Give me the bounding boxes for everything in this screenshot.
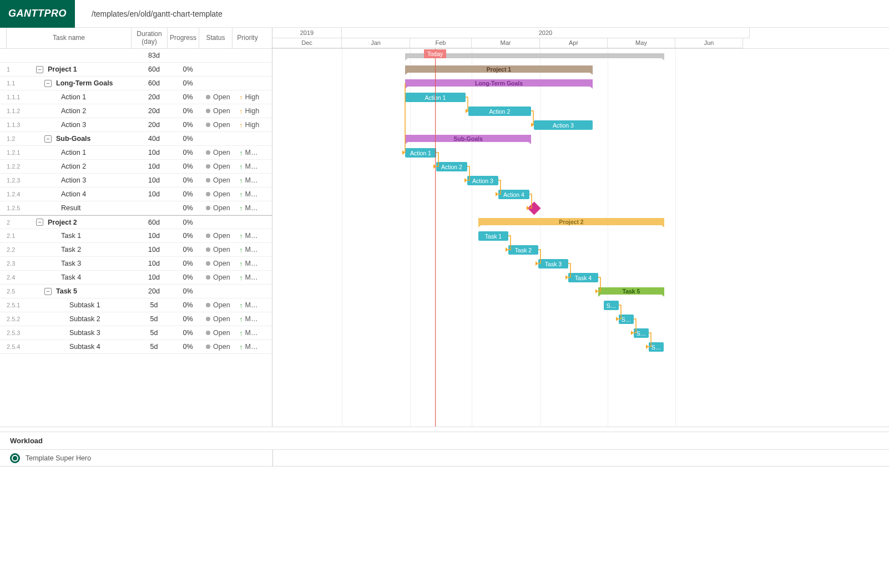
status-cell[interactable]: Open	[204, 176, 237, 184]
progress-cell[interactable]: 0%	[172, 315, 204, 323]
duration-cell[interactable]: 10d	[136, 149, 172, 156]
table-row[interactable]: 1.1.3Action 320d0%Open↑High	[0, 118, 272, 132]
duration-cell[interactable]: 60d	[136, 219, 172, 226]
table-row[interactable]: 1.1−Long-Term Goals60d0%	[0, 77, 272, 90]
status-cell[interactable]: Open	[204, 121, 237, 129]
priority-cell[interactable]: ↑High	[237, 107, 267, 115]
table-row[interactable]: 2.5−Task 520d0%	[0, 285, 272, 298]
status-cell[interactable]: Open	[204, 163, 237, 170]
duration-cell[interactable]: 5d	[136, 315, 172, 323]
progress-cell[interactable]: 0%	[172, 65, 204, 73]
progress-cell[interactable]: 0%	[172, 135, 204, 143]
priority-cell[interactable]: ↑M…	[237, 329, 267, 337]
task-bar[interactable]: Action 4	[498, 190, 529, 199]
status-cell[interactable]: Open	[204, 232, 237, 240]
duration-cell[interactable]: 10d	[136, 176, 172, 184]
progress-cell[interactable]: 0%	[172, 107, 204, 115]
status-cell[interactable]: Open	[204, 149, 237, 156]
status-cell[interactable]: Open	[204, 329, 237, 337]
priority-cell[interactable]: ↑High	[237, 93, 267, 101]
duration-cell[interactable]: 20d	[136, 93, 172, 101]
table-row[interactable]: 2.5.4Subtask 45d0%Open↑M…	[0, 340, 272, 354]
table-row[interactable]: 1.1.2Action 220d0%Open↑High	[0, 104, 272, 118]
progress-cell[interactable]: 0%	[172, 343, 204, 351]
priority-cell[interactable]: ↑M…	[237, 315, 267, 323]
progress-cell[interactable]: 0%	[172, 219, 204, 226]
task-bar[interactable]: Action 3	[467, 176, 498, 185]
status-cell[interactable]: Open	[204, 93, 237, 101]
task-bar[interactable]: Action 2	[468, 107, 531, 116]
status-cell[interactable]: Open	[204, 107, 237, 115]
progress-cell[interactable]: 0%	[172, 301, 204, 309]
priority-cell[interactable]: ↑M…	[237, 149, 267, 156]
priority-cell[interactable]: ↑M…	[237, 246, 267, 254]
priority-cell[interactable]: ↑M…	[237, 232, 267, 240]
col-task-name[interactable]: Task name	[7, 28, 132, 48]
progress-cell[interactable]: 0%	[172, 260, 204, 267]
logo[interactable]: GANTTPRO	[0, 0, 75, 28]
collapse-icon[interactable]: −	[44, 288, 52, 295]
duration-cell[interactable]: 20d	[136, 121, 172, 129]
status-cell[interactable]: Open	[204, 190, 237, 198]
table-row[interactable]: 1.2.4Action 410d0%Open↑M…	[0, 187, 272, 201]
progress-cell[interactable]: 0%	[172, 232, 204, 240]
duration-cell[interactable]: 60d	[136, 65, 172, 73]
table-row[interactable]: 2.3Task 310d0%Open↑M…	[0, 257, 272, 271]
group-bar[interactable]: Sub-Goals	[405, 135, 531, 142]
group-bar[interactable]: Task 5	[598, 287, 664, 295]
priority-cell[interactable]: ↑M…	[237, 301, 267, 309]
collapse-icon[interactable]: −	[36, 66, 43, 73]
duration-cell[interactable]: 10d	[136, 232, 172, 240]
priority-cell[interactable]: ↑M…	[237, 260, 267, 267]
duration-cell[interactable]: 10d	[136, 163, 172, 170]
status-cell[interactable]: Open	[204, 273, 237, 281]
progress-cell[interactable]: 0%	[172, 329, 204, 337]
duration-cell[interactable]: 20d	[136, 107, 172, 115]
duration-cell[interactable]: 20d	[136, 287, 172, 295]
task-bar[interactable]: S…	[619, 315, 634, 324]
priority-cell[interactable]: ↑M…	[237, 343, 267, 351]
priority-cell[interactable]: ↑M…	[237, 163, 267, 170]
duration-cell[interactable]: 5d	[136, 343, 172, 351]
progress-cell[interactable]: 0%	[172, 190, 204, 198]
table-row[interactable]: 1.2−Sub-Goals40d0%	[0, 132, 272, 146]
duration-cell[interactable]: 10d	[136, 246, 172, 254]
table-row[interactable]: 2.5.3Subtask 35d0%Open↑M…	[0, 326, 272, 340]
duration-cell[interactable]: 10d	[136, 190, 172, 198]
col-priority[interactable]: Priority	[233, 28, 262, 48]
duration-cell[interactable]: 5d	[136, 329, 172, 337]
progress-cell[interactable]: 0%	[172, 287, 204, 295]
task-bar[interactable]: Task 1	[478, 231, 508, 241]
task-bar[interactable]: Action 1	[405, 148, 436, 158]
workload-title[interactable]: Workload	[0, 432, 889, 450]
status-cell[interactable]: Open	[204, 315, 237, 323]
status-cell[interactable]: Open	[204, 301, 237, 309]
priority-cell[interactable]: ↑High	[237, 121, 267, 129]
table-row[interactable]: 2.4Task 410d0%Open↑M…	[0, 271, 272, 285]
task-bar[interactable]: Task 3	[538, 259, 568, 268]
group-bar[interactable]: Project 2	[478, 218, 664, 225]
duration-cell[interactable]: 5d	[136, 301, 172, 309]
progress-cell[interactable]: 0%	[172, 176, 204, 184]
table-row[interactable]: 2.5.1Subtask 15d0%Open↑M…	[0, 298, 272, 312]
task-bar[interactable]: S…	[634, 328, 649, 338]
task-bar[interactable]: Action 3	[534, 120, 593, 130]
table-row[interactable]: 1.2.1Action 110d0%Open↑M…	[0, 146, 272, 160]
progress-cell[interactable]: 0%	[172, 273, 204, 281]
table-row[interactable]: 1−Project 160d0%	[0, 63, 272, 77]
duration-cell[interactable]: 10d	[136, 273, 172, 281]
group-bar[interactable]: Project 1	[405, 65, 593, 73]
task-bar[interactable]: Task 4	[568, 273, 598, 282]
progress-cell[interactable]: 0%	[172, 149, 204, 156]
col-duration[interactable]: Duration (day)	[132, 28, 168, 48]
collapse-icon[interactable]: −	[36, 219, 43, 226]
group-bar[interactable]: Long-Term Goals	[405, 79, 593, 87]
task-bar[interactable]: Task 2	[508, 245, 538, 255]
duration-cell[interactable]: 40d	[136, 135, 172, 143]
status-cell[interactable]: Open	[204, 204, 237, 212]
table-row[interactable]: 1.2.3Action 310d0%Open↑M…	[0, 174, 272, 187]
milestone-marker[interactable]	[527, 201, 541, 215]
collapse-icon[interactable]: −	[44, 135, 52, 143]
progress-cell[interactable]: 0%	[172, 204, 204, 212]
progress-cell[interactable]: 0%	[172, 121, 204, 129]
